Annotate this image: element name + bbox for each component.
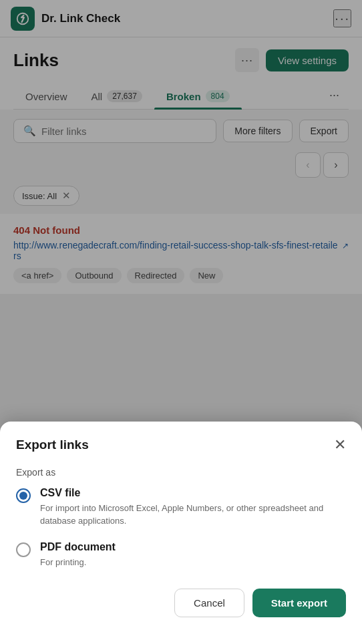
modal-close-button[interactable]: ✕ bbox=[334, 438, 346, 452]
radio-csv-inner bbox=[19, 492, 27, 500]
export-modal: Export links ✕ Export as CSV file For im… bbox=[0, 422, 362, 645]
pdf-option-content: PDF document For printing. bbox=[40, 541, 116, 569]
pdf-option-title: PDF document bbox=[40, 541, 116, 553]
start-export-button[interactable]: Start export bbox=[252, 589, 346, 617]
radio-csv[interactable] bbox=[16, 488, 31, 503]
cancel-button[interactable]: Cancel bbox=[174, 589, 244, 617]
pdf-option-desc: For printing. bbox=[40, 556, 116, 569]
modal-header: Export links ✕ bbox=[16, 438, 346, 452]
csv-option-title: CSV file bbox=[40, 487, 346, 499]
modal-title: Export links bbox=[16, 438, 89, 452]
csv-option-desc: For import into Microsoft Excel, Apple N… bbox=[40, 502, 346, 528]
export-option-pdf: PDF document For printing. bbox=[16, 541, 346, 569]
radio-pdf[interactable] bbox=[16, 542, 31, 557]
csv-option-content: CSV file For import into Microsoft Excel… bbox=[40, 487, 346, 528]
modal-actions: Cancel Start export bbox=[16, 589, 346, 617]
export-option-csv: CSV file For import into Microsoft Excel… bbox=[16, 487, 346, 528]
export-as-label: Export as bbox=[16, 467, 346, 478]
